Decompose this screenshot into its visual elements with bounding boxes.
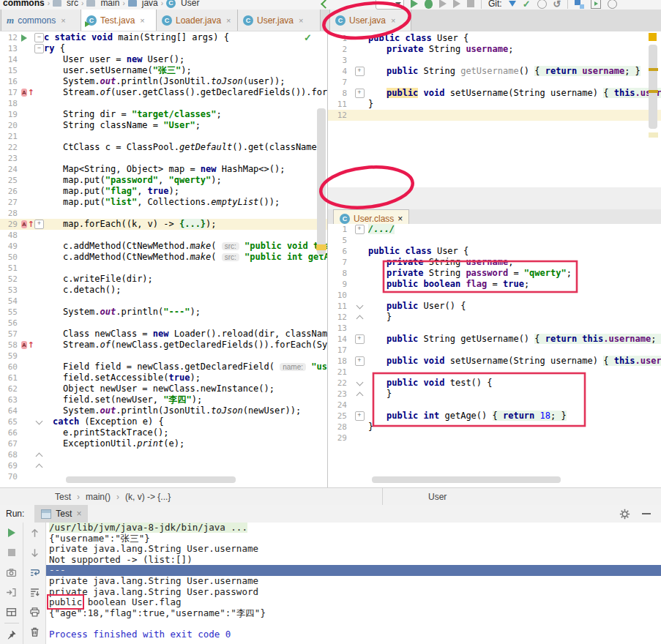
- line-number[interactable]: 14: [328, 334, 351, 345]
- code-line[interactable]: 11public User() {: [328, 301, 661, 312]
- code-text[interactable]: public class User {: [368, 246, 661, 257]
- git-commit-button[interactable]: ✓: [523, 0, 531, 10]
- code-line[interactable]: 7: [328, 77, 661, 88]
- line-number[interactable]: 26: [0, 186, 21, 197]
- console-line[interactable]: ---: [46, 565, 661, 576]
- code-text[interactable]: private String password = "qwerty";: [368, 268, 661, 279]
- close-icon[interactable]: ×: [397, 214, 403, 224]
- line-number[interactable]: 62: [0, 383, 21, 394]
- line-number[interactable]: 25: [0, 175, 21, 186]
- console-line[interactable]: private java.lang.String User.username: [46, 544, 661, 555]
- code-text[interactable]: System.out.println("---");: [44, 307, 327, 318]
- code-text[interactable]: [44, 318, 327, 329]
- attach-console-icon[interactable]: [6, 586, 18, 598]
- code-text[interactable]: c.detach();: [44, 285, 327, 296]
- line-number[interactable]: 57: [0, 329, 21, 340]
- code-text[interactable]: [44, 296, 327, 307]
- code-text[interactable]: [368, 345, 661, 356]
- code-text[interactable]: public void test() {: [368, 378, 661, 389]
- code-line[interactable]: 54: [0, 296, 327, 307]
- line-number[interactable]: 12: [0, 32, 21, 43]
- fold-open-top-icon[interactable]: [356, 378, 363, 386]
- close-icon[interactable]: ×: [61, 16, 65, 25]
- line-number[interactable]: 21: [328, 367, 351, 378]
- line-number[interactable]: 18: [0, 98, 21, 109]
- line-number[interactable]: 21: [0, 131, 21, 142]
- code-text[interactable]: System.out.println(JsonUtil.toJson(user)…: [44, 76, 327, 87]
- code-line[interactable]: 28: [0, 208, 327, 219]
- line-number[interactable]: 49: [0, 241, 21, 252]
- code-text[interactable]: [368, 323, 661, 334]
- line-number[interactable]: 51: [0, 263, 21, 274]
- code-line[interactable]: 18+public void setUsername(String userna…: [328, 356, 661, 367]
- diff-viewer-button[interactable]: [575, 0, 584, 9]
- code-text[interactable]: String className = "User";: [44, 120, 327, 131]
- code-line[interactable]: 8+public void setUsername(String usernam…: [328, 88, 661, 99]
- fold-collapse-icon[interactable]: −: [34, 33, 44, 42]
- code-text[interactable]: public void setUsername(String username)…: [368, 88, 661, 99]
- breadcrumb-item-commons[interactable]: commons: [3, 0, 45, 8]
- line-number[interactable]: 67: [0, 438, 21, 449]
- code-text[interactable]: }: [368, 422, 661, 433]
- fold-open-top-icon[interactable]: [356, 302, 363, 309]
- editor-user-class[interactable]: 1+/.../56public class User {7private Str…: [328, 224, 661, 445]
- bookmark-icon[interactable]: A: [21, 341, 27, 349]
- line-number[interactable]: 1: [328, 224, 351, 235]
- line-number[interactable]: 13: [328, 323, 351, 334]
- code-line[interactable]: 24Map<String, Object> map = new HashMap<…: [0, 164, 327, 175]
- search-everywhere-button[interactable]: [608, 0, 617, 9]
- code-text[interactable]: public class User {: [368, 33, 661, 44]
- line-number[interactable]: 55: [0, 307, 21, 318]
- line-number[interactable]: 54: [0, 296, 21, 307]
- code-text[interactable]: [368, 235, 661, 246]
- code-line[interactable]: 25+public int getAge() { return 18; }: [328, 411, 661, 422]
- code-text[interactable]: Object newUser = newClass.newInstance();: [44, 383, 327, 394]
- code-line[interactable]: 14User user = new User();: [0, 54, 327, 65]
- code-line[interactable]: 68: [0, 449, 327, 460]
- code-line[interactable]: 2private String username;: [328, 44, 661, 55]
- fold-expand-icon[interactable]: +: [355, 67, 365, 76]
- left-editor-hscrollbar[interactable]: [66, 476, 236, 483]
- line-number[interactable]: 19: [0, 109, 21, 120]
- line-number[interactable]: 29: [328, 433, 351, 443]
- code-line[interactable]: 28}: [328, 422, 661, 433]
- line-number[interactable]: 22: [328, 378, 351, 389]
- code-line[interactable]: 59: [0, 351, 327, 362]
- code-text[interactable]: }: [368, 312, 661, 323]
- code-line[interactable]: 49c.addMethod(CtNewMethod.make( src: "pu…: [0, 241, 327, 252]
- code-text[interactable]: map.put("flag", true);: [44, 186, 327, 197]
- code-text[interactable]: [44, 263, 327, 274]
- line-number[interactable]: 12: [328, 312, 351, 323]
- line-number[interactable]: 59: [0, 351, 21, 362]
- code-text[interactable]: /.../: [368, 224, 661, 235]
- fold-expand-icon[interactable]: +: [355, 89, 365, 98]
- line-number[interactable]: 11: [328, 99, 351, 110]
- line-number[interactable]: 27: [0, 197, 21, 208]
- code-text[interactable]: }: [368, 99, 661, 110]
- line-number[interactable]: 64: [0, 405, 21, 416]
- code-text[interactable]: Stream.of(newClass.getDeclaredFields()).…: [44, 340, 327, 351]
- line-number[interactable]: 23: [328, 389, 351, 400]
- line-number[interactable]: 52: [0, 274, 21, 285]
- fold-open-bottom-icon[interactable]: [356, 315, 363, 322]
- code-text[interactable]: ry {: [44, 43, 327, 54]
- code-text[interactable]: [368, 367, 661, 378]
- run-configuration-dropdown[interactable]: [376, 0, 404, 10]
- code-text[interactable]: private String username;: [368, 44, 661, 55]
- code-line[interactable]: 29A↑+map.forEach((k, v) -> {...});: [0, 219, 327, 230]
- code-line[interactable]: 62Object newUser = newClass.newInstance(…: [0, 383, 327, 394]
- code-line[interactable]: 63field.set(newUser, "李四");: [0, 394, 327, 405]
- console-line[interactable]: [46, 618, 661, 629]
- code-text[interactable]: [44, 153, 327, 164]
- line-number[interactable]: 29: [0, 219, 21, 230]
- minimize-icon[interactable]: [642, 513, 651, 515]
- code-line[interactable]: 22public void test() {: [328, 378, 661, 389]
- code-line[interactable]: 58A↑Stream.of(newClass.getDeclaredFields…: [0, 340, 327, 351]
- line-number[interactable]: 10: [328, 290, 351, 301]
- code-line[interactable]: 56: [0, 318, 327, 329]
- code-line[interactable]: 6public class User {: [328, 246, 661, 257]
- code-text[interactable]: [368, 290, 661, 301]
- line-number[interactable]: 70: [0, 471, 21, 482]
- fold-expand-icon[interactable]: +: [355, 411, 365, 421]
- code-line[interactable]: 20String className = "User";: [0, 120, 327, 131]
